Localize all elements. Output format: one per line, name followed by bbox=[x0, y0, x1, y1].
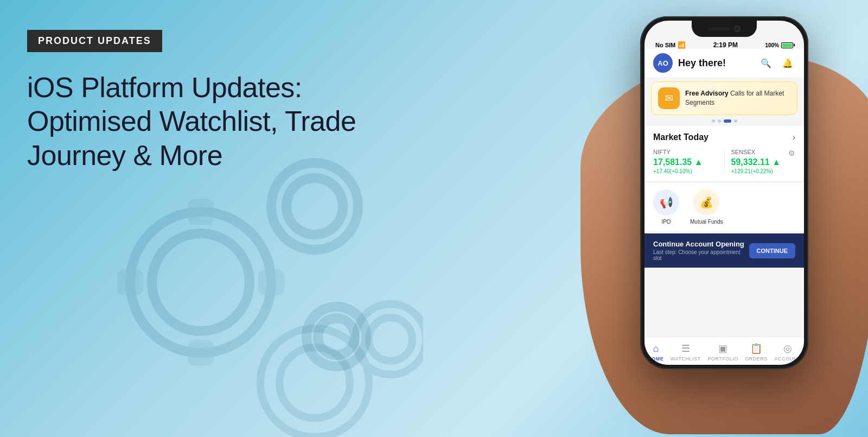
market-divider bbox=[724, 149, 725, 174]
account-banner-text: Continue Account Opening Last step: Choo… bbox=[653, 240, 749, 261]
phone-notch bbox=[692, 21, 757, 37]
market-arrow-icon[interactable]: › bbox=[793, 132, 795, 142]
greeting-text: Hey there! bbox=[678, 58, 758, 69]
banner-dots bbox=[644, 119, 804, 123]
portfolio-icon: ▣ bbox=[718, 343, 727, 354]
phone-frame: No SIM 📶 2:19 PM 100% AO Hey there! bbox=[640, 16, 808, 369]
mutual-funds-icon: 💰 bbox=[693, 189, 719, 216]
account-banner-subtitle: Last step: Choose your appointment slot bbox=[653, 249, 749, 261]
svg-rect-2 bbox=[193, 204, 209, 220]
account-icon: ◎ bbox=[783, 343, 792, 354]
mutual-funds-item[interactable]: 💰 Mutual Funds bbox=[690, 189, 723, 225]
dot-3-active bbox=[724, 119, 731, 123]
market-title: Market Today bbox=[653, 132, 709, 142]
settings-icon[interactable]: ⚙ bbox=[788, 149, 795, 157]
sensex-change: +129.21(+0.22%) bbox=[731, 168, 796, 174]
market-header: Market Today › bbox=[653, 132, 795, 142]
orders-label: ORDERS bbox=[745, 356, 768, 362]
account-opening-banner: Continue Account Opening Last step: Choo… bbox=[644, 233, 804, 268]
phone-mockup: No SIM 📶 2:19 PM 100% AO Hey there! bbox=[499, 0, 868, 437]
account-banner-title: Continue Account Opening bbox=[653, 240, 749, 248]
dot-2 bbox=[718, 119, 721, 123]
mutual-funds-label: Mutual Funds bbox=[690, 219, 723, 225]
header-icons: 🔍 🔔 bbox=[758, 55, 795, 71]
ipo-item[interactable]: 📢 IPO bbox=[653, 189, 679, 225]
market-data: NIFTY 17,581.35 ▲ +17.40(+0.10%) SENSEX … bbox=[653, 149, 795, 174]
phone-speaker bbox=[708, 27, 730, 30]
headline-text: iOS Platform Updates: Optimised Watchlis… bbox=[27, 71, 407, 172]
status-battery: 100% bbox=[765, 42, 793, 48]
nav-portfolio[interactable]: ▣ PORTFOLIO bbox=[707, 343, 738, 362]
watchlist-icon: ☰ bbox=[681, 343, 690, 354]
sensex-label: SENSEX bbox=[731, 149, 756, 155]
advisory-banner[interactable]: ✉ Free Advisory Calls for all Market Seg… bbox=[651, 81, 797, 115]
ipo-label: IPO bbox=[661, 219, 671, 225]
continue-button[interactable]: CONTINUE bbox=[749, 243, 795, 258]
nav-watchlist[interactable]: ☰ WATCHLIST bbox=[671, 343, 701, 362]
nifty-label: NIFTY bbox=[653, 149, 718, 155]
phone-screen: No SIM 📶 2:19 PM 100% AO Hey there! bbox=[644, 21, 804, 365]
banner-text: Free Advisory Calls for all Market Segme… bbox=[685, 89, 790, 107]
sensex-value: 59,332.11 ▲ bbox=[731, 157, 796, 167]
quick-access: 📢 IPO 💰 Mutual Funds bbox=[644, 183, 804, 231]
status-carrier: No SIM 📶 bbox=[655, 41, 686, 49]
app-header: AO Hey there! 🔍 🔔 bbox=[644, 49, 804, 77]
ipo-icon: 📢 bbox=[653, 189, 679, 216]
orders-icon: 📋 bbox=[750, 343, 762, 354]
wifi-icon: 📶 bbox=[678, 41, 686, 49]
account-label: ACCOUNT bbox=[775, 356, 801, 362]
nifty-value: 17,581.35 ▲ bbox=[653, 157, 718, 167]
bottom-nav: ⌂ HOME ☰ WATCHLIST ▣ PORTFOLIO 📋 ORDERS … bbox=[644, 337, 804, 365]
avatar[interactable]: AO bbox=[653, 53, 673, 73]
main-headline: iOS Platform Updates: Optimised Watchlis… bbox=[27, 71, 407, 172]
headline-line2: Optimised Watchlist, Trade Journey & Mor… bbox=[27, 105, 356, 170]
svg-point-13 bbox=[369, 318, 412, 361]
headline-line1: iOS Platform Updates: bbox=[27, 72, 302, 103]
market-section: Market Today › NIFTY 17,581.35 ▲ +17.40(… bbox=[644, 126, 804, 181]
status-bar: No SIM 📶 2:19 PM 100% bbox=[644, 37, 804, 49]
sensex-header: SENSEX ⚙ bbox=[731, 149, 796, 157]
dot-1 bbox=[712, 119, 715, 123]
sensex-data: SENSEX ⚙ 59,332.11 ▲ +129.21(+0.22%) bbox=[731, 149, 796, 174]
search-icon[interactable]: 🔍 bbox=[758, 55, 774, 71]
svg-point-7 bbox=[286, 178, 343, 235]
status-time: 2:19 PM bbox=[713, 41, 738, 49]
svg-point-11 bbox=[279, 347, 350, 418]
svg-rect-4 bbox=[122, 274, 138, 290]
notification-icon[interactable]: 🔔 bbox=[780, 55, 795, 71]
phone-camera bbox=[734, 26, 741, 32]
nav-account[interactable]: ◎ ACCOUNT bbox=[775, 343, 801, 362]
home-icon: ⌂ bbox=[653, 343, 659, 354]
banner-mail-icon: ✉ bbox=[658, 87, 680, 109]
home-label: HOME bbox=[648, 356, 663, 362]
nifty-change: +17.40(+0.10%) bbox=[653, 168, 718, 174]
watchlist-label: WATCHLIST bbox=[671, 356, 701, 362]
nifty-data: NIFTY 17,581.35 ▲ +17.40(+0.10%) bbox=[653, 149, 718, 174]
battery-icon bbox=[781, 42, 793, 48]
nav-orders[interactable]: 📋 ORDERS bbox=[745, 343, 768, 362]
portfolio-label: PORTFOLIO bbox=[707, 356, 738, 362]
nav-home[interactable]: ⌂ HOME bbox=[648, 343, 663, 362]
product-updates-badge: PRODUCT UPDATES bbox=[27, 30, 162, 52]
dot-4 bbox=[734, 119, 737, 123]
